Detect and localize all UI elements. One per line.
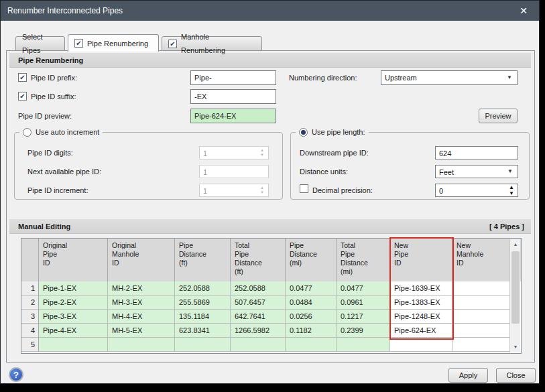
table-cell[interactable]: Pipe-2-EX [39,296,108,310]
table-cell[interactable] [175,338,231,352]
table-cell[interactable]: Pipe-1383-EX [390,296,452,310]
scroll-up-icon[interactable]: ▲ [510,239,521,250]
pipe-id-prefix-input[interactable]: Pipe- [190,70,276,85]
pipe-id-increment-label: Pipe ID increment: [27,183,88,198]
table-cell[interactable] [286,338,337,352]
decimal-precision-checkbox[interactable] [300,184,308,193]
dropdown-value: Feet [439,168,454,176]
table-row: 3Pipe-3-EXMH-4-EX135.1184642.76410.02560… [21,310,521,324]
table-cell[interactable] [452,281,509,296]
pipe-id-suffix-checkbox[interactable]: ✔ [18,92,27,101]
table-cell[interactable]: 0.0961 [337,296,390,310]
manual-editing-table: Original Pipe ID Original Manhole ID Pip… [21,238,522,354]
table-cell[interactable] [452,296,509,310]
auto-increment-radio[interactable] [23,128,32,137]
table-cell[interactable]: MH-4-EX [108,310,175,324]
table-cell[interactable]: Pipe-1-EX [39,281,108,296]
pipe-length-radio[interactable] [299,128,308,137]
vertical-scrollbar[interactable]: ▲ ▼ [509,239,520,352]
auto-increment-label: Use auto increment [36,127,99,137]
tab-select-pipes[interactable]: Select Pipes [15,36,65,51]
dropdown-value: Upstream [385,74,417,82]
close-icon[interactable]: ✕ [513,1,534,21]
pipe-id-suffix-label: Pipe ID suffix: [31,89,76,104]
table-cell[interactable]: MH-5-EX [108,324,175,338]
table-cell[interactable]: 0.0477 [286,281,337,296]
table-cell[interactable] [231,338,286,352]
chevron-down-icon: ▼ [507,166,513,178]
table-cell[interactable]: 255.5869 [175,296,231,310]
column-header: Total Pipe Distance (mi) [337,239,390,281]
dialog-window: Renumber Interconnected Pipes ✕ Select P… [0,0,540,384]
downstream-pipe-id-input[interactable]: 624 [435,146,518,159]
preview-button[interactable]: Preview [479,109,518,123]
table-cell[interactable]: 252.0588 [175,281,231,296]
row-number[interactable]: 1 [21,281,39,296]
column-header: Pipe Distance (mi) [286,239,337,281]
manual-editing-section-header: Manual Editing [ 4 Pipes ] [9,219,531,234]
table-cell[interactable] [39,338,108,352]
tab-checkbox[interactable]: ✔ [168,40,177,48]
table-cell[interactable] [390,338,452,352]
row-number[interactable]: 4 [21,324,39,338]
scroll-down-icon[interactable]: ▼ [510,342,521,352]
table-cell[interactable]: 1266.5982 [231,324,286,338]
table-cell[interactable]: Pipe-624-EX [390,324,452,338]
next-available-pipe-id-input: 1 [199,165,269,178]
table-cell[interactable] [337,338,390,352]
table-cell[interactable]: Pipe-1248-EX [390,310,452,324]
tab-label: Select Pipes [22,30,58,57]
apply-button[interactable]: Apply [448,368,488,383]
table-cell[interactable]: 135.1184 [175,310,231,324]
scrollbar-thumb[interactable] [511,251,520,324]
table-cell[interactable]: 252.0588 [231,281,286,296]
decimal-precision-spinner[interactable]: 0 ▲▼ [435,184,518,197]
numbering-direction-dropdown[interactable]: Upstream ▼ [381,70,518,85]
close-button[interactable]: Close [496,368,536,383]
tab-manhole-renumbering[interactable]: ✔ Manhole Renumbering [162,36,262,51]
tab-checkbox[interactable]: ✔ [74,39,83,48]
table-cell[interactable] [452,324,509,338]
table-cell[interactable]: Pipe-1639-EX [390,281,452,296]
section-title: Manual Editing [9,219,70,234]
table-cell[interactable]: 0.2399 [337,324,390,338]
pipe-id-digits-spinner: 1 ▲▼ [199,146,269,159]
spinner-value: 0 [439,187,443,195]
table-cell[interactable] [452,310,509,324]
row-number[interactable]: 3 [21,310,39,324]
pipe-length-legend: Use pipe length: [296,127,369,137]
pipe-id-suffix-input[interactable]: -EX [190,89,276,104]
table-cell[interactable]: 623.8341 [175,324,231,338]
table-row: 5 [21,338,521,352]
spinner-arrows[interactable]: ▲▼ [507,185,516,196]
next-available-pipe-id-label: Next available pipe ID: [27,164,101,179]
row-number[interactable]: 5 [21,338,39,352]
table-cell[interactable]: 0.0477 [337,281,390,296]
table-cell[interactable]: MH-3-EX [108,296,175,310]
table-cell[interactable]: 0.0256 [286,310,337,324]
row-number[interactable]: 2 [21,296,39,310]
table-header-row: Original Pipe ID Original Manhole ID Pip… [21,239,521,281]
distance-units-dropdown[interactable]: Feet ▼ [435,165,518,178]
spinner-arrows: ▲▼ [258,147,266,158]
pipe-renumbering-section-header: Pipe Renumbering [9,53,531,68]
table-cell[interactable]: 0.1182 [286,324,337,338]
auto-increment-legend: Use auto increment [19,127,103,137]
spinner-value: 1 [203,149,207,157]
downstream-pipe-id-label: Downstream pipe ID: [300,145,369,160]
table-cell[interactable]: 507.6457 [231,296,286,310]
table-cell[interactable] [452,338,509,352]
tab-pipe-renumbering[interactable]: ✔ Pipe Renumbering [68,34,159,52]
table-cell[interactable]: Pipe-3-EX [39,310,108,324]
table-cell[interactable]: Pipe-4-EX [39,324,108,338]
pipe-id-prefix-checkbox[interactable]: ✔ [18,73,27,82]
column-header: Pipe Distance (ft) [175,239,231,281]
table-cell[interactable] [108,338,175,352]
table-cell[interactable]: MH-2-EX [108,281,175,296]
table-cell[interactable]: 642.7641 [231,310,286,324]
table-cell[interactable]: 0.1217 [337,310,390,324]
help-icon[interactable]: ? [9,367,23,382]
table-cell[interactable]: 0.0484 [286,296,337,310]
pipe-count-badge: [ 4 Pipes ] [481,219,531,234]
row-number-header [21,239,39,281]
